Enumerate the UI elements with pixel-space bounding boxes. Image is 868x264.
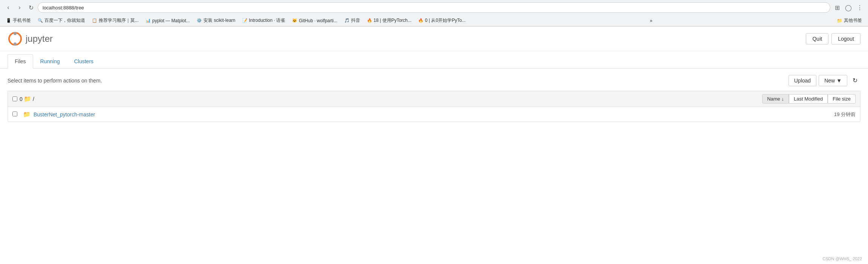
tab-files[interactable]: Files [8, 54, 33, 69]
bookmarks-folder-label: 其他书签 [844, 17, 862, 24]
address-bar[interactable] [38, 2, 830, 13]
row-checkbox-area [12, 111, 21, 118]
back-button[interactable]: ‹ [4, 3, 13, 12]
jupyter-header: jupyter Quit Logout [0, 27, 868, 51]
header-buttons: Quit Logout [806, 33, 860, 44]
bookmark-douyin-icon: 🎵 [344, 18, 350, 23]
extensions-button[interactable]: ⊞ [833, 3, 842, 12]
bookmark-baidu-icon: 🔍 [38, 18, 43, 23]
svg-point-2 [14, 43, 17, 46]
bookmark-douyin-label: 抖音 [351, 17, 360, 24]
file-count: 0 [20, 96, 23, 102]
profile-button[interactable]: ◯ [844, 3, 853, 12]
tab-running[interactable]: Running [33, 54, 67, 68]
folder-icon: 📁 [23, 111, 31, 118]
bookmark-sklearn-label: 安装 scikit-learn [203, 17, 235, 24]
bookmarks-more[interactable]: » [648, 17, 655, 24]
bookmark-pytorch2-icon: 🔥 [418, 18, 423, 23]
bookmark-mobile-label: 手机书签 [13, 17, 31, 24]
jupyter-logo-svg [8, 31, 23, 46]
upload-button[interactable]: Upload [789, 75, 816, 86]
bookmark-github-label: GitHub · wolfparti... [299, 18, 337, 23]
bookmark-pyplot-icon: 📊 [145, 18, 151, 23]
bookmark-pytorch2-label: 0 | 从0开始学PyTo... [425, 17, 466, 24]
header-folder-icon: 📁 [24, 95, 31, 102]
bookmark-baidu-label: 百度一下，你就知道 [44, 17, 85, 24]
col-name-label: Name [767, 96, 780, 102]
menu-button[interactable]: ⋮ [855, 3, 864, 12]
bookmark-github[interactable]: 🐱 GitHub · wolfparti... [289, 17, 340, 24]
logout-button[interactable]: Logout [831, 33, 860, 44]
bookmark-intro-label: Introduction · 语雀 [249, 17, 286, 24]
action-bar-text: Select items to perform actions on them. [8, 78, 102, 84]
col-name-sort-arrow: ↓ [781, 96, 784, 102]
bookmark-pytorch2[interactable]: 🔥 0 | 从0开始学PyTo... [415, 16, 469, 25]
col-name-header[interactable]: Name ↓ [762, 94, 789, 104]
file-list-header: 0 ▾ 📁 / Name ↓ Last Modified File size [8, 91, 860, 107]
header-check-area: 0 ▾ [12, 96, 24, 102]
bookmark-github-icon: 🐱 [292, 18, 297, 23]
bookmark-mobile[interactable]: 📱 手机书签 [3, 16, 34, 25]
file-list: 0 ▾ 📁 / Name ↓ Last Modified File size 📁… [8, 91, 860, 122]
browser-nav-bar: ‹ › ↻ ⊞ ◯ ⋮ [0, 0, 868, 15]
row-checkbox[interactable] [12, 111, 17, 116]
column-headers: Name ↓ Last Modified File size [762, 94, 856, 104]
tabs-container: Files Running Clusters [0, 54, 868, 69]
bookmark-learning[interactable]: 📋 推荐学习顺序｜莫... [89, 16, 142, 25]
bookmarks-bar: 📱 手机书签 🔍 百度一下，你就知道 📋 推荐学习顺序｜莫... 📊 pyplo… [0, 15, 868, 26]
content-area: Select items to perform actions on them.… [0, 69, 868, 128]
bookmarks-folder[interactable]: 📁 其他书签 [834, 16, 865, 25]
bookmark-douyin[interactable]: 🎵 抖音 [341, 16, 363, 25]
new-button-arrow: ▼ [836, 78, 842, 84]
col-last-modified-header[interactable]: Last Modified [789, 94, 828, 104]
file-modified-time: 19 分钟前 [834, 111, 856, 118]
bookmark-intro-icon: 📝 [242, 18, 248, 23]
bookmark-mobile-icon: 📱 [6, 18, 11, 23]
new-button[interactable]: New ▼ [819, 75, 847, 86]
bookmark-pytorch1-icon: 🔥 [367, 18, 372, 23]
action-bar: Select items to perform actions on them.… [8, 75, 860, 86]
tab-clusters[interactable]: Clusters [67, 54, 101, 68]
col-file-size-header[interactable]: File size [828, 94, 856, 104]
bookmark-sklearn-icon: ⚙️ [197, 18, 202, 23]
new-button-label: New [824, 78, 835, 84]
header-path: / [33, 96, 34, 102]
bookmark-baidu[interactable]: 🔍 百度一下，你就知道 [35, 16, 88, 25]
select-all-checkbox[interactable] [12, 96, 17, 101]
bookmark-pytorch1[interactable]: 🔥 18 | 使用PyTorch... [364, 16, 414, 25]
jupyter-logo: jupyter [8, 31, 53, 46]
tabs: Files Running Clusters [8, 54, 860, 68]
refresh-button[interactable]: ↻ [850, 75, 860, 86]
jupyter-logo-text: jupyter [26, 34, 53, 44]
svg-point-1 [14, 32, 17, 35]
bookmark-learning-icon: 📋 [92, 18, 97, 23]
bookmark-intro[interactable]: 📝 Introduction · 语雀 [239, 16, 289, 25]
bookmark-pyplot[interactable]: 📊 pyplot — Matplot... [142, 17, 193, 24]
forward-button[interactable]: › [15, 3, 24, 12]
bookmark-learning-label: 推荐学习顺序｜莫... [99, 17, 139, 24]
table-row: 📁 BusterNet_pytorch-master 19 分钟前 [8, 107, 860, 122]
action-bar-buttons: Upload New ▼ ↻ [789, 75, 860, 86]
file-name-link[interactable]: BusterNet_pytorch-master [34, 111, 95, 118]
folder-icon: 📁 [837, 18, 842, 23]
quit-button[interactable]: Quit [806, 33, 828, 44]
reload-button[interactable]: ↻ [26, 3, 35, 12]
bookmark-pyplot-label: pyplot — Matplot... [152, 18, 190, 23]
bookmark-sklearn[interactable]: ⚙️ 安装 scikit-learn [194, 16, 238, 25]
bookmark-pytorch1-label: 18 | 使用PyTorch... [374, 17, 411, 24]
